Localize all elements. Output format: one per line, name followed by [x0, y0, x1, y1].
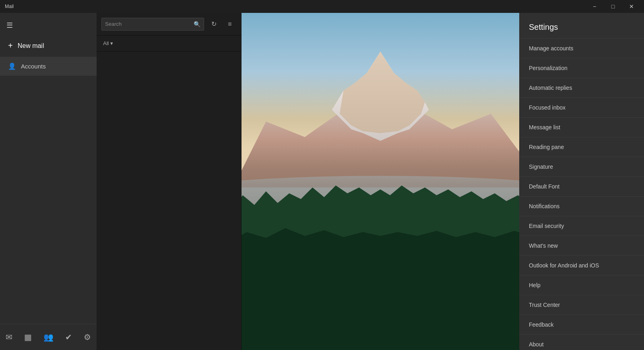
- settings-item-message-list[interactable]: Message list: [519, 118, 644, 137]
- search-icon: 🔍: [194, 21, 200, 27]
- sidebar-top: ☰ + New mail 👤 Accounts: [0, 13, 97, 324]
- new-mail-label: New mail: [18, 42, 44, 50]
- maximize-button[interactable]: □: [604, 0, 622, 13]
- message-filter-bar: All ▾: [97, 35, 241, 52]
- settings-item-focused-inbox[interactable]: Focused inbox: [519, 98, 644, 118]
- settings-item-signature[interactable]: Signature: [519, 157, 644, 177]
- search-box[interactable]: 🔍: [101, 18, 204, 31]
- mountain-svg: [242, 13, 519, 350]
- settings-item-about[interactable]: About: [519, 335, 644, 350]
- settings-item-personalization[interactable]: Personalization: [519, 58, 644, 78]
- filter-label-text: All: [103, 40, 109, 46]
- person-icon: 👤: [8, 62, 16, 70]
- filter-dropdown[interactable]: All ▾: [103, 40, 113, 46]
- minimize-button[interactable]: −: [585, 0, 604, 13]
- settings-item-reading-pane[interactable]: Reading pane: [519, 137, 644, 157]
- settings-items-list: Manage accountsPersonalizationAutomatic …: [519, 39, 644, 350]
- plus-icon: +: [8, 41, 13, 50]
- sidebar: ☰ + New mail 👤 Accounts ✉ ▦ 👥 ✔ ⚙: [0, 13, 97, 350]
- filter-chevron-icon: ▾: [110, 40, 113, 46]
- titlebar-left: Mail: [5, 4, 14, 9]
- settings-item-email-security[interactable]: Email security: [519, 216, 644, 236]
- close-button[interactable]: ✕: [622, 0, 641, 13]
- settings-item-notifications[interactable]: Notifications: [519, 197, 644, 216]
- contacts-nav-icon[interactable]: 👥: [40, 329, 57, 345]
- tasks-nav-icon[interactable]: ✔: [62, 329, 75, 345]
- settings-item-trust-center[interactable]: Trust Center: [519, 295, 644, 315]
- refresh-button[interactable]: ↻: [207, 18, 220, 31]
- new-mail-button[interactable]: + New mail: [0, 35, 97, 57]
- mail-nav-icon[interactable]: ✉: [2, 329, 16, 345]
- accounts-button[interactable]: 👤 Accounts: [0, 57, 97, 76]
- titlebar-controls: − □ ✕: [585, 0, 641, 13]
- calendar-nav-icon[interactable]: ▦: [21, 329, 35, 345]
- app-body: ☰ + New mail 👤 Accounts ✉ ▦ 👥 ✔ ⚙ 🔍 ↻: [0, 13, 644, 350]
- settings-item-help[interactable]: Help: [519, 275, 644, 295]
- search-input[interactable]: [105, 21, 194, 27]
- accounts-label: Accounts: [21, 63, 46, 70]
- message-list-panel: 🔍 ↻ ≡ All ▾: [97, 13, 242, 350]
- main-content: [242, 13, 519, 350]
- settings-title: Settings: [519, 13, 644, 39]
- app-title: Mail: [5, 4, 14, 9]
- message-list-toolbar: 🔍 ↻ ≡: [97, 13, 241, 35]
- hamburger-button[interactable]: ☰: [0, 16, 97, 35]
- svg-marker-8: [242, 228, 519, 350]
- mountain-background: [242, 13, 519, 350]
- settings-item-default-font[interactable]: Default Font: [519, 177, 644, 197]
- settings-item-manage-accounts[interactable]: Manage accounts: [519, 39, 644, 58]
- titlebar: Mail − □ ✕: [0, 0, 644, 13]
- filter-button[interactable]: ≡: [223, 18, 236, 31]
- settings-panel: Settings Manage accountsPersonalizationA…: [519, 13, 644, 350]
- settings-nav-icon[interactable]: ⚙: [80, 329, 94, 345]
- settings-item-outlook-for-android-and-ios[interactable]: Outlook for Android and iOS: [519, 256, 644, 275]
- settings-item-what's-new[interactable]: What's new: [519, 236, 644, 256]
- settings-item-automatic-replies[interactable]: Automatic replies: [519, 78, 644, 98]
- message-list-content: [97, 52, 241, 350]
- settings-item-feedback[interactable]: Feedback: [519, 315, 644, 335]
- sidebar-bottom: ✉ ▦ 👥 ✔ ⚙: [0, 324, 97, 350]
